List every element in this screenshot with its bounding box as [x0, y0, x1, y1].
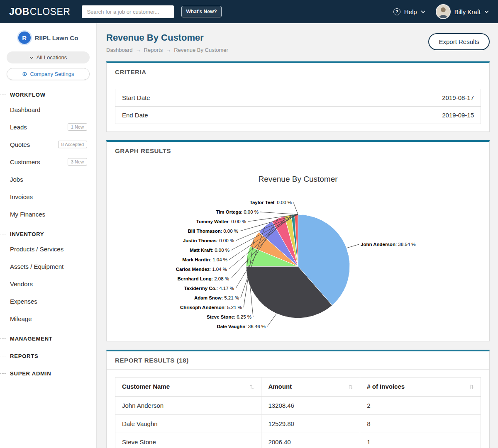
- svg-text:Chrisoph Anderson: 5.21 %: Chrisoph Anderson: 5.21 %: [180, 305, 242, 310]
- criteria-value: 2019-09-15: [442, 112, 474, 119]
- report-results-card: REPORT RESULTS (18) Customer Name Amount: [106, 350, 490, 448]
- svg-text:Steve Stone: 6.25 %: Steve Stone: 6.25 %: [207, 314, 251, 319]
- criteria-label: End Date: [122, 112, 148, 119]
- svg-text:Justin Thomas: 0.00 %: Justin Thomas: 0.00 %: [183, 238, 234, 243]
- company-settings-button[interactable]: Company Settings: [7, 68, 90, 80]
- svg-text:Bernhard Long: 2.08 %: Bernhard Long: 2.08 %: [177, 276, 229, 281]
- locations-label: All Locations: [37, 54, 67, 61]
- sidebar: R RIIPL Lawn Co All Locations Company Se…: [0, 23, 97, 448]
- svg-text:Carlos Mendez: 1.04 %: Carlos Mendez: 1.04 %: [176, 267, 227, 272]
- column-header-invoices[interactable]: # of Invoices: [360, 377, 481, 397]
- graph-results-card: GRAPH RESULTS Revenue By CustomerTaylor …: [106, 140, 490, 341]
- breadcrumb-dashboard[interactable]: Dashboard: [106, 47, 133, 53]
- avatar[interactable]: [436, 4, 451, 19]
- sidebar-item-quotes[interactable]: Quotes 8 Accepted: [0, 136, 96, 153]
- sidebar-item-customers[interactable]: Customers 3 New: [0, 153, 96, 170]
- svg-text:Revenue By Customer: Revenue By Customer: [258, 175, 338, 183]
- criteria-header: CRITERIA: [107, 63, 489, 81]
- app-logo[interactable]: JOB CLOSER: [9, 6, 70, 17]
- section-header-inventory: INVENTORY: [0, 228, 96, 240]
- svg-text:Tim Ortega: 0.00 %: Tim Ortega: 0.00 %: [216, 209, 259, 214]
- company-settings-label: Company Settings: [30, 71, 74, 77]
- help-icon: ?: [393, 8, 400, 15]
- column-header-amount[interactable]: Amount: [261, 377, 360, 397]
- breadcrumb-arrow-icon: →: [166, 47, 171, 53]
- svg-text:Dale Vaughn: 36.46 %: Dale Vaughn: 36.46 %: [217, 324, 266, 329]
- svg-text:Tommy Walter: 0.00 %: Tommy Walter: 0.00 %: [196, 219, 246, 224]
- user-menu[interactable]: Billy Kraft: [454, 8, 481, 15]
- column-header-customer-name[interactable]: Customer Name: [115, 377, 261, 397]
- svg-text:Mark Hardin: 1.04 %: Mark Hardin: 1.04 %: [182, 257, 227, 262]
- sidebar-item-leads[interactable]: Leads 1 New: [0, 118, 96, 136]
- chevron-down-icon[interactable]: [421, 10, 425, 13]
- section-header-management[interactable]: MANAGEMENT: [0, 332, 96, 345]
- breadcrumb-reports[interactable]: Reports: [144, 47, 163, 53]
- criteria-table: Start Date 2019-08-17 End Date 2019-09-1…: [115, 89, 481, 124]
- sidebar-item-jobs[interactable]: Jobs: [0, 170, 96, 188]
- gear-icon: [22, 71, 27, 77]
- sort-icon[interactable]: [348, 384, 353, 391]
- svg-text:John Anderson: 38.54 %: John Anderson: 38.54 %: [361, 242, 416, 247]
- section-header-super-admin[interactable]: SUPER ADMIN: [0, 367, 96, 380]
- table-row[interactable]: Dale Vaughn 12529.80 8: [115, 415, 481, 433]
- company-name: RIIPL Lawn Co: [35, 34, 78, 41]
- sort-icon[interactable]: [469, 384, 474, 391]
- sidebar-nav: WORKFLOW Dashboard Leads 1 New Quotes 8 …: [0, 88, 96, 380]
- section-header-workflow: WORKFLOW: [0, 88, 96, 101]
- section-dash: [0, 234, 6, 234]
- customers-badge: 3 New: [68, 158, 87, 166]
- help-menu[interactable]: Help: [404, 8, 417, 15]
- svg-text:Taxidermy Co.: 4.17 %: Taxidermy Co.: 4.17 %: [184, 286, 234, 291]
- sidebar-item-my-finances[interactable]: My Finances: [0, 205, 96, 223]
- section-header-reports[interactable]: REPORTS: [0, 350, 96, 362]
- criteria-row-start-date: Start Date 2019-08-17: [115, 89, 481, 106]
- table-row[interactable]: John Anderson 13208.46 2: [115, 397, 481, 415]
- logo-text-light: CLOSER: [30, 6, 71, 17]
- report-table: Customer Name Amount # of: [115, 377, 481, 448]
- section-dash: [0, 338, 6, 339]
- sidebar-item-assets-equipment[interactable]: Assets / Equipment: [0, 258, 96, 275]
- sidebar-item-products-services[interactable]: Products / Services: [0, 240, 96, 258]
- revenue-pie-chart: Revenue By CustomerTaylor Teel: 0.00 %Ti…: [115, 168, 481, 334]
- search-input[interactable]: [82, 5, 174, 18]
- breadcrumb-current: Revenue By Customer: [174, 47, 228, 53]
- criteria-value: 2019-08-17: [442, 94, 474, 101]
- section-dash: [0, 356, 6, 356]
- sidebar-item-invoices[interactable]: Invoices: [0, 188, 96, 205]
- topbar: JOB CLOSER What's New? ? Help Billy Kraf…: [0, 0, 498, 23]
- section-dash: [0, 373, 6, 374]
- topbar-right: ? Help Billy Kraft: [393, 4, 489, 19]
- section-dash: [0, 95, 6, 95]
- export-results-button[interactable]: Export Results: [428, 33, 490, 50]
- graph-results-header: GRAPH RESULTS: [107, 142, 489, 160]
- criteria-label: Start Date: [122, 94, 150, 101]
- locations-dropdown[interactable]: All Locations: [7, 51, 90, 63]
- breadcrumb-arrow-icon: →: [136, 47, 141, 53]
- whats-new-button[interactable]: What's New?: [181, 6, 221, 17]
- quotes-badge: 8 Accepted: [58, 141, 87, 148]
- svg-text:Adam Snow: 5.21 %: Adam Snow: 5.21 %: [194, 295, 239, 300]
- chevron-down-icon: [29, 56, 34, 59]
- person-icon: [437, 5, 450, 18]
- leads-badge: 1 New: [68, 123, 87, 131]
- logo-text-bold: JOB: [9, 6, 29, 17]
- criteria-card: CRITERIA Start Date 2019-08-17 End Date …: [106, 61, 490, 132]
- company-logo: R: [18, 32, 31, 44]
- report-results-header: REPORT RESULTS (18): [107, 351, 489, 370]
- sidebar-item-mileage[interactable]: Mileage: [0, 310, 96, 327]
- criteria-row-end-date: End Date 2019-09-15: [115, 106, 481, 124]
- main-content: Revenue By Customer Dashboard → Reports …: [97, 23, 498, 448]
- sidebar-item-dashboard[interactable]: Dashboard: [0, 101, 96, 118]
- svg-text:Bill Thomason: 0.00 %: Bill Thomason: 0.00 %: [188, 229, 238, 234]
- page-title: Revenue By Customer: [106, 32, 228, 43]
- sidebar-item-expenses[interactable]: Expenses: [0, 292, 96, 310]
- svg-text:Matt Kraft: 0.00 %: Matt Kraft: 0.00 %: [190, 248, 229, 253]
- svg-text:Taylor Teel: 0.00 %: Taylor Teel: 0.00 %: [250, 200, 292, 205]
- table-row[interactable]: Steve Stone 2006.40 1: [115, 433, 481, 448]
- chevron-down-icon[interactable]: [484, 10, 489, 13]
- sidebar-item-vendors[interactable]: Vendors: [0, 275, 96, 292]
- sort-icon[interactable]: [249, 384, 254, 391]
- company-header: R RIIPL Lawn Co: [0, 29, 96, 46]
- breadcrumb: Dashboard → Reports → Revenue By Custome…: [106, 47, 228, 53]
